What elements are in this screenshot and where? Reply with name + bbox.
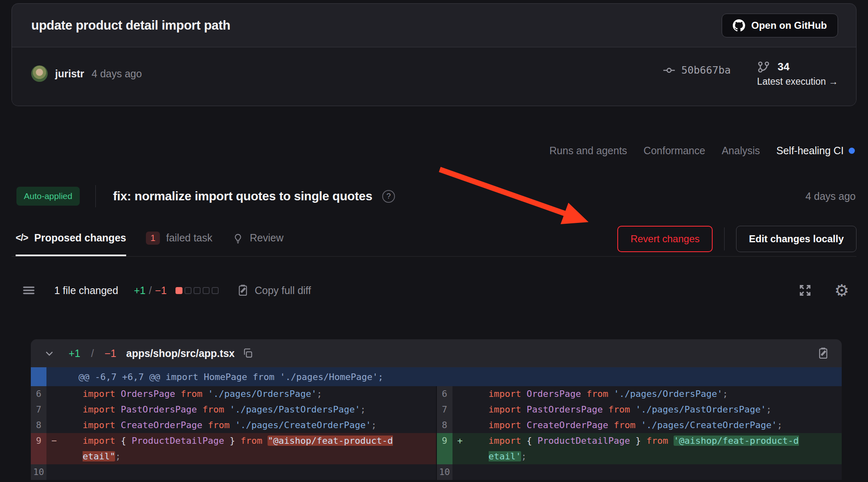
diff-block-empty [212,287,219,294]
code-tokens [489,464,801,480]
chevron-down-icon[interactable] [43,347,55,359]
copy-full-diff-label: Copy full diff [255,285,311,297]
commit-card-body: juristr 4 days ago 50b667ba 34 Latest ex… [12,47,856,106]
diff-marker [46,417,83,433]
line-number: 10 [31,464,46,480]
commit-meta-block: 50b667ba 34 Latest execution → [663,60,838,87]
avatar[interactable] [31,65,48,82]
code-cell: import CreateOrderPage from './pages/Cre… [46,417,436,433]
diff-line-right-9: 9+import { ProductDetailPage } from '@ai… [437,433,842,464]
fix-title: fix: normalize import quotes to single q… [113,189,372,203]
authored-time: 4 days ago [92,68,142,80]
gear-icon[interactable]: ⚙ [834,282,849,299]
nav-tabs: Runs and agentsConformanceAnalysisSelf-h… [549,145,855,157]
button-divider [724,227,725,250]
code-cell: import PastOrdersPage from './pages/Past… [46,402,436,417]
nav-tab-label: Self-healing CI [776,145,844,157]
file-list-menu-icon[interactable] [12,283,36,298]
line-number: 10 [437,464,452,480]
diff-marker [46,386,83,402]
copy-full-diff-button[interactable]: Copy full diff [237,284,311,297]
diff-marker [452,464,489,480]
revert-changes-button[interactable]: Revert changes [617,226,713,252]
page-title: update product detail import path [31,18,230,33]
code-cell: −import { ProductDetailPage } from "@ais… [46,433,436,464]
github-icon [733,19,745,32]
diff-pane-left: 6import OrdersPage from './pages/OrdersP… [31,386,436,480]
diff-block-empty [185,287,192,294]
diff-panes: 6import OrdersPage from './pages/OrdersP… [31,386,842,480]
code-cell: +import { ProductDetailPage } from '@ais… [452,433,842,464]
help-icon[interactable]: ? [382,190,395,203]
open-on-github-button[interactable]: Open on GitHub [722,14,838,37]
code-cell: import OrdersPage from './pages/OrdersPa… [452,386,842,402]
hunk-header-text: @@ -6,7 +6,7 @@ import HomePage from './… [46,372,383,382]
file-deletions: −1 [104,348,116,359]
diff-line-right-10: 10 [437,464,842,480]
clipboard-icon [237,284,249,297]
nav-tab-analysis[interactable]: Analysis [722,145,760,157]
hunk-header-bar [31,367,46,386]
file-stat-separator: / [91,348,94,359]
tab-review[interactable]: Review [232,221,284,256]
nav-tab-runs-and-agents[interactable]: Runs and agents [549,145,627,157]
execution-count: 34 [778,60,790,73]
line-number: 7 [437,402,452,417]
code-cell [452,464,842,480]
diff-marker [452,386,489,402]
detail-tabs: </> Proposed changes 1 failed task Revie… [12,221,284,256]
code-tokens [83,464,395,480]
open-on-github-label: Open on GitHub [751,20,827,31]
commit-card-header: update product detail import path Open o… [12,4,856,47]
line-number: 7 [31,402,46,417]
code-cell: import OrdersPage from './pages/OrdersPa… [46,386,436,402]
diff-marker [46,464,83,480]
code-tokens: import CreateOrderPage from './pages/Cre… [83,417,395,433]
diff-marker [452,402,489,417]
stat-separator: / [149,285,152,297]
line-number: 8 [437,417,452,433]
diff-line-left-9: 9−import { ProductDetailPage } from "@ai… [31,433,436,464]
fullscreen-icon[interactable] [798,283,812,297]
diff-toolbar: 1 file changed +1 / −1 Copy full diff ⚙ [12,275,856,306]
code-tokens: import { ProductDetailPage } from '@aish… [489,433,801,464]
nav-tab-label: Runs and agents [549,145,627,157]
nav-tab-self-healing-ci[interactable]: Self-healing CI [776,145,855,157]
nav-tab-conformance[interactable]: Conformance [644,145,705,157]
code-tokens: import { ProductDetailPage } from "@aish… [83,433,395,464]
code-tokens: import CreateOrderPage from './pages/Cre… [489,417,801,433]
file-path: apps/shop/src/app.tsx [126,348,235,359]
commit-hash-cluster[interactable]: 50b667ba [663,64,731,77]
execution-cluster: 34 Latest execution → [757,60,838,87]
diff-marker: − [46,433,83,464]
code-tokens: import OrdersPage from './pages/OrdersPa… [489,386,801,402]
diff-line-left-8: 8import CreateOrderPage from './pages/Cr… [31,417,436,433]
diff-file-header: +1 / −1 apps/shop/src/app.tsx [31,339,842,367]
latest-execution-link[interactable]: Latest execution → [757,76,838,87]
active-indicator-dot [849,148,855,154]
page: { "colors": { "accent_red": "#fb2c36", "… [0,0,868,482]
diff-line-left-10: 10 [31,464,436,480]
controls-row: </> Proposed changes 1 failed task Revie… [12,221,856,257]
branch-icon [757,60,770,74]
copy-path-icon[interactable] [242,348,254,359]
line-number: 8 [31,417,46,433]
nav-tab-label: Analysis [722,145,760,157]
file-additions: +1 [69,348,81,359]
code-tokens: import PastOrdersPage from './pages/Past… [83,402,395,417]
tab-failed-task[interactable]: 1 failed task [146,221,212,256]
commit-hash: 50b667ba [681,64,731,76]
fix-time: 4 days ago [806,190,856,202]
copy-file-diff-icon[interactable] [817,347,829,359]
edit-changes-locally-button[interactable]: Edit changes locally [736,226,856,252]
failed-count-badge: 1 [146,232,160,245]
diff-marker [452,417,489,433]
tab-proposed-changes-label: Proposed changes [34,232,126,244]
fix-header-row: Auto-applied fix: normalize import quote… [16,185,856,207]
commit-author-block: juristr 4 days ago [31,65,142,82]
code-tokens: import PastOrdersPage from './pages/Past… [489,402,801,417]
diff-line-left-6: 6import OrdersPage from './pages/OrdersP… [31,386,436,402]
tab-review-label: Review [250,232,284,244]
tab-proposed-changes[interactable]: </> Proposed changes [16,221,126,256]
code-cell [46,464,436,480]
